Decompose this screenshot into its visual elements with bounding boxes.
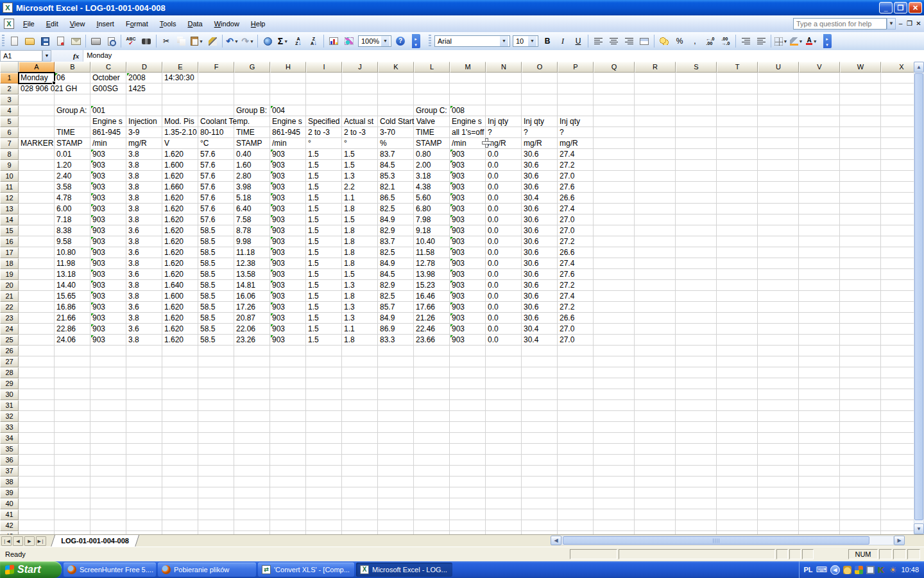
cell-C26[interactable] [90, 346, 126, 356]
cell-A40[interactable] [19, 498, 55, 509]
column-header-C[interactable]: C [90, 62, 126, 73]
cell-L26[interactable] [414, 346, 450, 356]
cell-V15[interactable] [799, 225, 840, 236]
cell-N42[interactable] [486, 520, 522, 531]
cell-P10[interactable] [558, 171, 594, 182]
cell-C27[interactable] [90, 356, 126, 367]
cell-V36[interactable] [799, 455, 840, 466]
cell-J38[interactable] [342, 477, 378, 487]
cell-W15[interactable] [840, 225, 881, 236]
row-header-4[interactable]: 4 [0, 105, 19, 116]
cell-R17[interactable] [635, 247, 676, 258]
cell-B39[interactable] [55, 487, 90, 498]
cell-I12[interactable] [306, 193, 342, 204]
cell-X39[interactable] [881, 487, 914, 498]
cell-P19[interactable] [558, 269, 594, 280]
cell-N34[interactable] [486, 433, 522, 444]
cell-H40[interactable] [270, 498, 306, 509]
cell-L42[interactable] [414, 520, 450, 531]
cell-G13[interactable] [234, 204, 270, 215]
cell-C42[interactable] [90, 520, 126, 531]
cell-J24[interactable] [342, 324, 378, 335]
cell-N14[interactable] [486, 215, 522, 225]
new-document-icon[interactable] [7, 34, 21, 48]
cell-R9[interactable] [635, 160, 676, 171]
cell-O2[interactable] [522, 83, 558, 94]
cell-R30[interactable] [635, 389, 676, 400]
cell-K3[interactable] [378, 94, 414, 105]
cell-D34[interactable] [126, 433, 162, 444]
cell-M42[interactable] [450, 520, 486, 531]
cell-P23[interactable] [558, 313, 594, 324]
row-header-30[interactable]: 30 [0, 389, 19, 400]
cell-P21[interactable] [558, 291, 594, 302]
cell-C6[interactable] [90, 127, 126, 138]
row-header-35[interactable]: 35 [0, 444, 19, 455]
cell-P30[interactable] [558, 389, 594, 400]
cell-C2[interactable] [90, 83, 126, 94]
cell-G22[interactable] [234, 302, 270, 313]
cell-T18[interactable] [717, 258, 758, 269]
cell-C18[interactable] [90, 258, 126, 269]
cell-V28[interactable] [799, 367, 840, 378]
cell-B9[interactable] [55, 160, 90, 171]
taskbar-button-firefox[interactable]: ScreenHunter Free 5.... [64, 563, 156, 577]
cell-R42[interactable] [635, 520, 676, 531]
cell-L33[interactable] [414, 422, 450, 433]
cell-U16[interactable] [758, 236, 799, 247]
cell-M7[interactable] [450, 138, 486, 149]
cell-B42[interactable] [55, 520, 90, 531]
cell-J39[interactable] [342, 487, 378, 498]
cell-D24[interactable] [126, 324, 162, 335]
cell-M28[interactable] [450, 367, 486, 378]
column-header-K[interactable]: K [378, 62, 414, 73]
cell-T25[interactable] [717, 335, 758, 346]
cell-H28[interactable] [270, 367, 306, 378]
cell-L9[interactable] [414, 160, 450, 171]
cell-K12[interactable] [378, 193, 414, 204]
cell-I9[interactable] [306, 160, 342, 171]
cell-K31[interactable] [378, 400, 414, 411]
row-header-42[interactable]: 42 [0, 520, 19, 531]
cell-J3[interactable] [342, 94, 378, 105]
cell-O33[interactable] [522, 422, 558, 433]
cell-E21[interactable] [162, 291, 198, 302]
cell-I10[interactable] [306, 171, 342, 182]
increase-indent-icon[interactable] [754, 34, 768, 48]
cell-M15[interactable] [450, 225, 486, 236]
cell-E24[interactable] [162, 324, 198, 335]
clock[interactable]: 10:48 [901, 566, 919, 574]
cell-P25[interactable] [558, 335, 594, 346]
cell-T15[interactable] [717, 225, 758, 236]
cell-T22[interactable] [717, 302, 758, 313]
cell-U37[interactable] [758, 466, 799, 477]
row-header-6[interactable]: 6 [0, 127, 19, 138]
cell-X34[interactable] [881, 433, 914, 444]
cell-T40[interactable] [717, 498, 758, 509]
column-header-L[interactable]: L [414, 62, 450, 73]
cell-W5[interactable] [840, 116, 881, 127]
cell-O32[interactable] [522, 411, 558, 422]
cell-B34[interactable] [55, 433, 90, 444]
cell-M23[interactable] [450, 313, 486, 324]
cell-F10[interactable] [198, 171, 234, 182]
cell-B41[interactable] [55, 509, 90, 520]
cell-A32[interactable] [19, 411, 55, 422]
cell-K16[interactable] [378, 236, 414, 247]
cell-K41[interactable] [378, 509, 414, 520]
cell-A14[interactable] [19, 215, 55, 225]
cell-K35[interactable] [378, 444, 414, 455]
cell-U24[interactable] [758, 324, 799, 335]
cell-J33[interactable] [342, 422, 378, 433]
cell-I42[interactable] [306, 520, 342, 531]
column-header-A[interactable]: A [19, 62, 55, 73]
cell-M27[interactable] [450, 356, 486, 367]
cell-H15[interactable] [270, 225, 306, 236]
cell-K29[interactable] [378, 378, 414, 389]
cell-S13[interactable] [676, 204, 717, 215]
cell-J4[interactable] [342, 105, 378, 116]
cell-B30[interactable] [55, 389, 90, 400]
cell-P18[interactable] [558, 258, 594, 269]
cell-W35[interactable] [840, 444, 881, 455]
cell-A21[interactable] [19, 291, 55, 302]
